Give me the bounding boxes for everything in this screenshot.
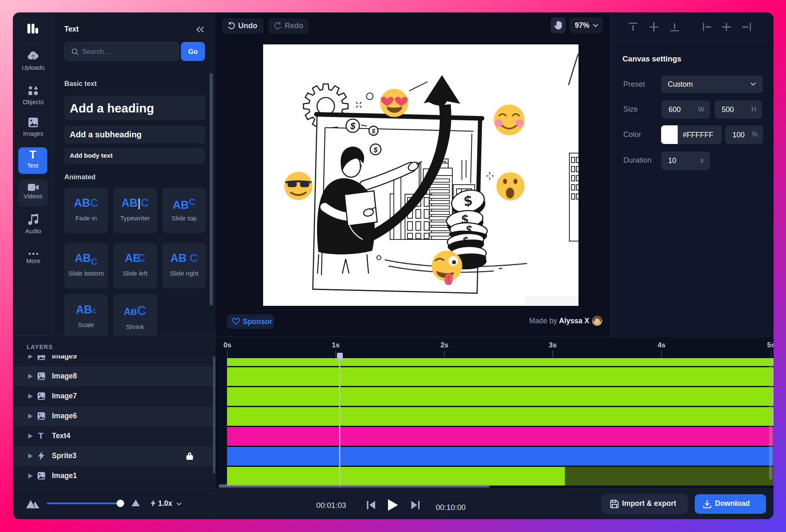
- svg-text:$: $: [373, 146, 378, 154]
- svg-text:$: $: [371, 127, 376, 134]
- svg-text:$: $: [350, 121, 356, 131]
